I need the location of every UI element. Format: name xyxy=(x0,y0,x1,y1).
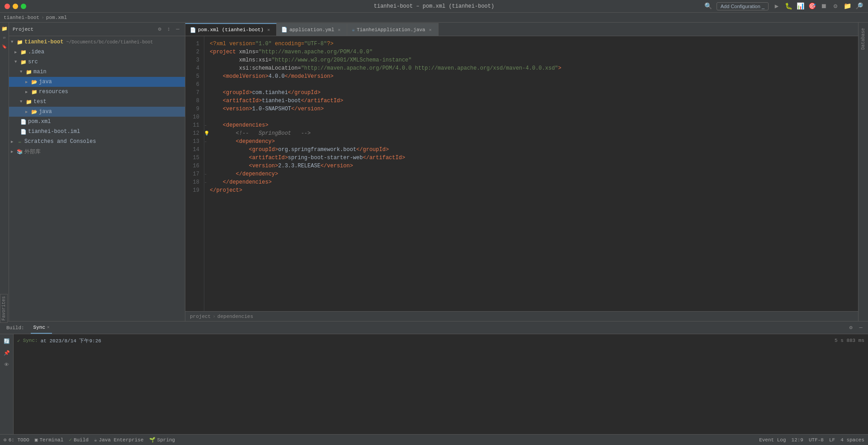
bottom-panel-toolbar: ⚙ — xyxy=(847,324,864,331)
run-icon[interactable]: ▶ xyxy=(772,2,781,11)
build-output-line-1: ✓ Sync: at 2023/8/14 下午9:26 5 s 883 ms xyxy=(17,336,864,345)
code-editor[interactable]: <?xml version="1.0" encoding="UTF-8"?> <… xyxy=(204,36,858,311)
line-num-5: 5 xyxy=(185,72,202,80)
eye-icon[interactable]: 👁 xyxy=(2,360,12,369)
tree-item-src[interactable]: ▼ 📁 src xyxy=(9,57,185,67)
build-status[interactable]: ✓ Build xyxy=(69,437,89,443)
database-panel-label[interactable]: Database xyxy=(860,26,867,52)
pin-icon[interactable]: 📌 xyxy=(2,348,12,358)
tab-application-yml[interactable]: 📄 application.yml ✕ xyxy=(277,23,347,36)
tree-arrow: ▼ xyxy=(20,70,24,74)
tree-arrow: ▶ xyxy=(11,149,15,154)
folder-icon: 📁 xyxy=(25,98,33,105)
build-tab-label: Build: xyxy=(6,325,24,331)
project-settings-icon[interactable]: ⚙ xyxy=(156,26,163,33)
line-numbers: 1 2 3 4 5 6 7 8 9 10 11– 12💡 13– 14 15 1… xyxy=(185,36,204,311)
right-panel-labels: Database xyxy=(858,23,868,321)
project-expand-icon[interactable]: ↕ xyxy=(165,26,172,33)
tree-item-external-lib[interactable]: ▶ 📚 外部库 xyxy=(9,147,185,156)
profile-icon[interactable]: 📊 xyxy=(796,2,805,11)
folder-icon: 📁 xyxy=(25,68,33,76)
coverage-icon[interactable]: 🎯 xyxy=(807,2,816,11)
breadcrumb-file[interactable]: pom.xml xyxy=(46,15,67,20)
tree-item-test[interactable]: ▼ 📁 test xyxy=(9,97,185,107)
structure-icon[interactable]: S xyxy=(0,33,9,42)
terminal-status[interactable]: ▣ Terminal xyxy=(35,437,63,443)
code-line-12: <!-- SpringBoot --> xyxy=(210,129,858,137)
spring-status[interactable]: 🌱 Spring xyxy=(149,437,175,443)
breadcrumb-sep: › xyxy=(212,314,216,319)
tree-arrow: ▶ xyxy=(11,139,15,144)
code-line-19: </project> xyxy=(210,186,858,194)
tree-item-iml[interactable]: 📄 tianhei-boot.iml xyxy=(9,127,185,137)
tab-tianhei-app[interactable]: ☕ TianheiApplication.java ✕ xyxy=(347,23,438,36)
maximize-button[interactable] xyxy=(21,4,26,9)
tab-pom-xml[interactable]: 📄 pom.xml (tianhei-boot) ✕ xyxy=(185,23,277,36)
project-icon[interactable]: 📁 xyxy=(0,24,9,33)
indent-status[interactable]: 4 spaces xyxy=(840,437,864,443)
close-button[interactable] xyxy=(5,4,10,9)
tree-arrow: ▶ xyxy=(25,80,30,85)
project-close-icon[interactable]: — xyxy=(174,26,181,33)
tree-item-java-test[interactable]: ▶ 📂 java xyxy=(9,107,185,117)
line-num-8: 8 xyxy=(185,97,202,105)
todo-status[interactable]: ⊙ 6: TODO xyxy=(4,437,29,443)
breadcrumb-project[interactable]: project xyxy=(190,314,211,319)
java-enterprise-status[interactable]: ☕ Java Enterprise xyxy=(94,437,144,443)
debug-icon[interactable]: 🐛 xyxy=(784,2,793,11)
tree-arrow: ▶ xyxy=(25,109,30,114)
tree-arrow: ▶ xyxy=(14,50,19,55)
folder-test-icon: 📂 xyxy=(31,108,38,115)
event-log-status[interactable]: Event Log xyxy=(759,437,786,443)
code-line-17: </dependency> xyxy=(210,170,858,178)
line-num-16: 16 xyxy=(185,162,202,170)
tree-item-pom-xml[interactable]: 📄 pom.xml xyxy=(9,117,185,127)
settings-icon[interactable]: ⚙ xyxy=(831,2,840,11)
line-num-6: 6 xyxy=(185,80,202,89)
tree-label: test xyxy=(33,99,47,105)
tree-item-scratches[interactable]: ▶ ✏ Scratches and Consoles xyxy=(9,137,185,147)
tree-label: tianhei-boot.iml xyxy=(28,128,80,135)
bottom-settings-icon[interactable]: ⚙ xyxy=(847,324,854,331)
minimize-button[interactable] xyxy=(13,4,18,9)
tab-close-yml[interactable]: ✕ xyxy=(336,27,342,33)
favorites-tab[interactable]: Favorites xyxy=(0,294,8,323)
code-line-16: <version>2.3.3.RELEASE</version> xyxy=(210,162,858,170)
tree-arrow: ▼ xyxy=(11,40,15,44)
encoding-status[interactable]: UTF-8 xyxy=(809,437,824,443)
line-separator-status[interactable]: LF xyxy=(829,437,835,443)
tree-arrow: ▼ xyxy=(14,60,19,64)
fold-icon[interactable]: – xyxy=(204,123,207,128)
tree-item-idea[interactable]: ▶ 📁 .idea xyxy=(9,47,185,57)
breadcrumb-root[interactable]: tianhei-boot xyxy=(4,15,39,20)
sync-tab[interactable]: Sync ✕ xyxy=(31,322,52,334)
sync-tab-close[interactable]: ✕ xyxy=(47,325,49,330)
cursor-position: 12:9 xyxy=(792,437,803,443)
search-everywhere-icon[interactable]: 🔍 xyxy=(704,2,713,11)
cursor-position-status[interactable]: 12:9 xyxy=(792,437,803,443)
fold-icon[interactable]: – xyxy=(204,180,207,185)
tab-close-pom[interactable]: ✕ xyxy=(265,27,272,33)
success-icon: ✓ xyxy=(17,338,20,344)
breadcrumb-dependencies[interactable]: dependencies xyxy=(217,314,253,319)
bottom-close-icon[interactable]: — xyxy=(857,324,864,331)
indent-label: 4 spaces xyxy=(840,437,864,443)
folder-resource-icon: 📁 xyxy=(31,88,38,95)
find-icon[interactable]: 🔎 xyxy=(854,2,863,11)
code-line-8: <artifactId>tianhei-boot</artifactId> xyxy=(210,97,858,105)
tree-item-resources[interactable]: ▶ 📁 resources xyxy=(9,87,185,97)
fold-icon[interactable]: – xyxy=(204,139,207,144)
project-structure-icon[interactable]: 📁 xyxy=(843,2,852,11)
build-tab[interactable]: Build: xyxy=(4,322,27,334)
bulb-icon[interactable]: 💡 xyxy=(204,130,209,137)
sync-icon[interactable]: 🔄 xyxy=(2,336,12,346)
add-configuration-button[interactable]: Add Configuration _ xyxy=(717,2,769,10)
tab-close-java[interactable]: ✕ xyxy=(427,27,434,33)
fold-icon[interactable]: – xyxy=(204,171,207,177)
folder-icon: 📁 xyxy=(20,58,27,66)
tree-item-main[interactable]: ▼ 📁 main xyxy=(9,67,185,77)
tree-item-java[interactable]: ▶ 📂 java xyxy=(9,77,185,87)
stop-icon[interactable]: ⏹ xyxy=(819,2,828,11)
tree-item-tianhei-boot[interactable]: ▼ 📁 tianhei-boot ~/Documents/bc/code/tia… xyxy=(9,37,185,47)
bookmark-icon[interactable]: 🔖 xyxy=(0,43,9,51)
